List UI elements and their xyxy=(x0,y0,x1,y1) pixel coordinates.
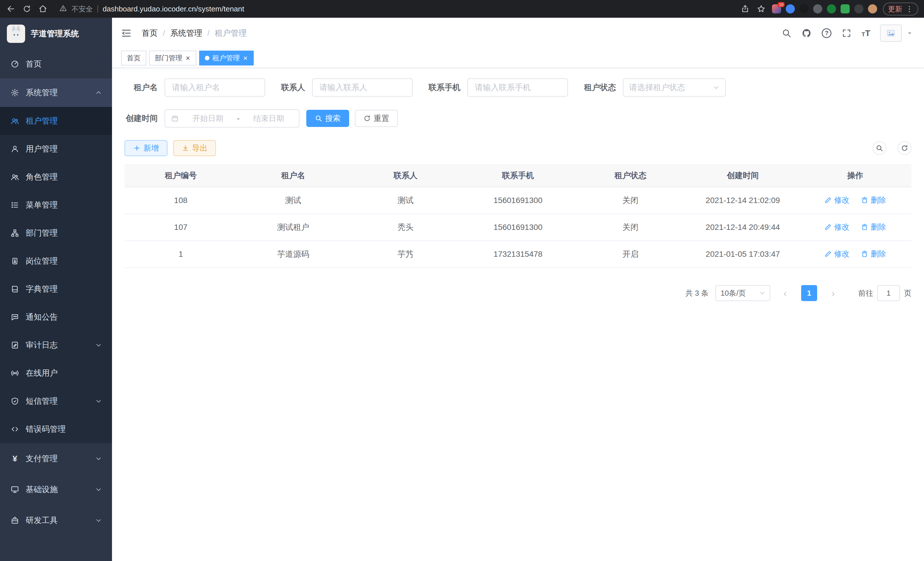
close-icon[interactable]: × xyxy=(243,54,248,62)
chevron-down-icon xyxy=(95,398,102,404)
contact-input[interactable] xyxy=(312,78,412,97)
sidebar-toggle-icon[interactable] xyxy=(121,27,133,39)
show-search-icon[interactable] xyxy=(873,141,886,155)
edit-button[interactable]: 修改 xyxy=(824,249,849,259)
extension-icon[interactable]: 10 xyxy=(772,4,781,14)
filter-create-time: 创建时间 开始日期 - 结束日期 xyxy=(124,109,299,128)
avatar-caret-icon[interactable] xyxy=(907,30,913,36)
sidebar-item-sms[interactable]: 短信管理 xyxy=(0,387,112,415)
refresh-icon[interactable] xyxy=(898,141,911,155)
bookmark-star-icon[interactable] xyxy=(756,4,766,14)
font-size-icon[interactable]: T T xyxy=(861,29,870,38)
phone-input[interactable] xyxy=(467,78,568,97)
tab-home[interactable]: 首页 xyxy=(121,51,146,65)
sidebar-item-online-user[interactable]: 在线用户 xyxy=(0,359,112,387)
sidebar-item-audit-log[interactable]: 审计日志 xyxy=(0,331,112,359)
page-size-select[interactable]: 10条/页 xyxy=(716,285,770,301)
page-number-button[interactable]: 1 xyxy=(801,285,817,301)
sidebar-item-dept[interactable]: 部门管理 xyxy=(0,219,112,247)
app-logo[interactable]: 芋道管理系统 xyxy=(0,18,112,50)
tab-dept[interactable]: 部门管理 × xyxy=(149,51,196,65)
sidebar-item-error-code[interactable]: 错误码管理 xyxy=(0,415,112,443)
prev-page-button[interactable]: ‹ xyxy=(777,285,793,301)
extension-icon[interactable] xyxy=(800,4,808,14)
goto-page-input[interactable] xyxy=(877,285,900,301)
user-avatar[interactable] xyxy=(880,25,902,42)
column-header: 联系人 xyxy=(350,164,462,187)
yen-icon: ¥ xyxy=(10,454,20,463)
date-end-placeholder: 结束日期 xyxy=(244,113,293,123)
delete-button[interactable]: 删除 xyxy=(861,249,886,259)
sidebar-item-label: 租户管理 xyxy=(26,116,58,126)
sidebar-item-dev-tool[interactable]: 研发工具 xyxy=(0,505,112,536)
breadcrumb-system[interactable]: 系统管理 xyxy=(170,28,202,39)
chevron-down-icon xyxy=(95,342,102,348)
sidebar-item-infra[interactable]: 基础设施 xyxy=(0,474,112,505)
extension-icon[interactable] xyxy=(841,4,850,14)
pencil-icon xyxy=(824,250,832,258)
table-tools xyxy=(873,141,911,155)
badge-icon xyxy=(10,256,20,266)
url-bar[interactable]: 不安全 dashboard.yudao.iocoder.cn/system/te… xyxy=(54,2,734,16)
update-button[interactable]: 更新 ⋮ xyxy=(883,3,918,15)
extension-icon[interactable] xyxy=(813,4,822,14)
sidebar-item-dict[interactable]: 字典管理 xyxy=(0,275,112,303)
phone-label: 联系手机 xyxy=(429,82,460,93)
export-button[interactable]: 导出 xyxy=(173,140,216,156)
add-button[interactable]: 新增 xyxy=(124,140,167,156)
divider xyxy=(98,5,98,13)
sidebar-item-role[interactable]: 角色管理 xyxy=(0,163,112,191)
github-icon[interactable] xyxy=(801,28,812,38)
sidebar-item-user[interactable]: 用户管理 xyxy=(0,135,112,163)
search-icon[interactable] xyxy=(782,28,792,38)
profile-avatar[interactable] xyxy=(868,4,877,14)
extension-badge: 10 xyxy=(778,2,784,7)
edit-button[interactable]: 修改 xyxy=(824,222,849,232)
edit-button[interactable]: 修改 xyxy=(824,195,849,205)
next-page-button[interactable]: › xyxy=(825,285,841,301)
delete-button[interactable]: 删除 xyxy=(861,222,886,232)
breadcrumb-home[interactable]: 首页 xyxy=(142,28,158,39)
app-title: 芋道管理系统 xyxy=(31,28,79,39)
sidebar-item-system[interactable]: 系统管理 xyxy=(0,78,112,107)
delete-button[interactable]: 删除 xyxy=(861,195,886,205)
close-icon[interactable]: × xyxy=(185,54,190,62)
date-range-picker[interactable]: 开始日期 - 结束日期 xyxy=(165,109,299,128)
tenant-name-input[interactable] xyxy=(165,78,265,97)
browser-menu-icon[interactable]: ⋮ xyxy=(906,5,913,14)
help-icon[interactable]: ? xyxy=(821,28,832,38)
status-select[interactable]: 请选择租户状态 xyxy=(623,78,726,97)
chevron-down-icon xyxy=(95,486,102,493)
tab-tenant[interactable]: 租户管理 × xyxy=(199,51,254,65)
filter-row-1: 租户名 联系人 联系手机 租户状态 请选择租户状态 xyxy=(124,78,911,97)
fullscreen-icon[interactable] xyxy=(842,28,852,38)
sidebar-item-post[interactable]: 岗位管理 xyxy=(0,247,112,275)
user-icon xyxy=(10,144,20,153)
back-icon[interactable] xyxy=(6,4,16,14)
home-icon[interactable] xyxy=(38,4,48,14)
logo-image xyxy=(7,25,25,43)
chevron-down-icon xyxy=(759,290,765,296)
active-dot xyxy=(205,56,209,60)
main-area: 首页 / 系统管理 / 租户管理 ? xyxy=(112,18,924,561)
table-row: 107 测试租户 秃头 15601691300 关闭 2021-12-14 20… xyxy=(124,214,911,241)
sidebar-item-tenant[interactable]: 租户管理 xyxy=(0,107,112,135)
sidebar-item-home[interactable]: 首页 xyxy=(0,50,112,78)
extension-icon[interactable] xyxy=(786,4,795,14)
reset-button[interactable]: 重置 xyxy=(355,110,398,127)
share-icon[interactable] xyxy=(740,4,750,14)
reload-icon[interactable] xyxy=(22,4,32,14)
sidebar-item-menu-mgmt[interactable]: 菜单管理 xyxy=(0,191,112,219)
chat-bubble-icon xyxy=(10,313,20,322)
cell-contact: 测试 xyxy=(350,187,462,214)
search-button[interactable]: 搜索 xyxy=(306,110,349,127)
chevron-up-icon xyxy=(95,89,102,96)
extensions-puzzle-icon[interactable] xyxy=(854,4,863,14)
sidebar-item-label: 基础设施 xyxy=(26,484,58,495)
extension-icon[interactable] xyxy=(827,4,836,14)
filter-tenant-name: 租户名 xyxy=(124,78,265,97)
goto-label: 前往 xyxy=(858,288,873,298)
sidebar-item-notice[interactable]: 通知公告 xyxy=(0,303,112,331)
sidebar-item-pay[interactable]: ¥ 支付管理 xyxy=(0,443,112,474)
role-icon xyxy=(10,172,20,182)
